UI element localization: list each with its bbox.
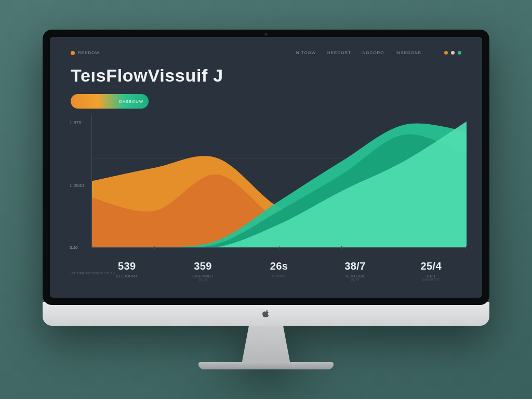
x-tick bbox=[466, 246, 467, 249]
metric-value: 359 bbox=[167, 260, 238, 272]
monitor-stand-neck bbox=[237, 326, 295, 362]
metric-sub1: STLOORMT bbox=[91, 274, 162, 278]
title-part-b: Vissuif bbox=[148, 65, 208, 85]
metric-3: 38/7 HEVTOOR BURI bbox=[320, 260, 390, 281]
pill-label: DASBOUW bbox=[119, 99, 143, 104]
x-tick bbox=[154, 246, 155, 249]
app-screen: REEDOW NITCOW HEEDORT NOCORO INSEDONE Te… bbox=[50, 37, 482, 298]
y-origin: 0.16 bbox=[70, 245, 84, 250]
metric-value: 38/7 bbox=[320, 260, 390, 272]
metric-0: 539 STLOORMT bbox=[91, 260, 162, 281]
monitor-mock: REEDOW NITCOW HEEDORT NOCORO INSEDONE Te… bbox=[43, 30, 489, 369]
primary-pill-button[interactable]: DASBOUW bbox=[71, 94, 149, 109]
status-dots bbox=[444, 51, 461, 55]
metric-value: 25/4 bbox=[396, 260, 467, 272]
x-tick bbox=[404, 246, 404, 249]
title-part-a: TeısFlow bbox=[71, 65, 148, 85]
chart: 1.870 1.2840 0.16 bbox=[91, 115, 467, 248]
x-ticks bbox=[92, 246, 467, 249]
nav-item-0[interactable]: NITCOW bbox=[296, 50, 316, 55]
y-tick-1: 1.870 bbox=[70, 120, 84, 125]
status-dot-orange-icon bbox=[444, 51, 448, 55]
page-title: TeısFlowVissuif J bbox=[71, 65, 461, 86]
metric-value: 26s bbox=[244, 260, 314, 272]
metric-row: 539 STLOORMT 359 SNIFRINGT DILS 26s HAND… bbox=[91, 260, 467, 281]
y-tick-2: 1.2840 bbox=[70, 183, 84, 188]
x-tick bbox=[279, 246, 280, 249]
x-tick bbox=[217, 246, 217, 249]
metric-2: 26s HANDIN bbox=[244, 260, 314, 281]
metric-sub2: DILS bbox=[167, 278, 238, 281]
monitor-stand-foot bbox=[198, 362, 334, 369]
metric-sub2: BURI bbox=[320, 278, 390, 281]
nav-item-3[interactable]: INSEDONE bbox=[396, 50, 421, 55]
metric-sub1: DATI bbox=[396, 274, 467, 278]
footer-note: IIS TIFENSIOTROT OT SII bbox=[71, 272, 115, 275]
metric-sub1: SNIFRINGT bbox=[167, 274, 238, 278]
monitor-chin bbox=[43, 302, 489, 326]
metric-sub2: HANDIN bbox=[244, 274, 314, 277]
metric-1: 359 SNIFRINGT DILS bbox=[167, 260, 238, 281]
brand-dot-icon bbox=[71, 51, 75, 55]
topbar: REEDOW NITCOW HEEDORT NOCORO INSEDONE bbox=[71, 50, 461, 55]
brand-name: REEDOW bbox=[78, 50, 100, 55]
apple-logo-icon bbox=[262, 310, 270, 318]
brand: REEDOW bbox=[71, 50, 100, 55]
nav-item-2[interactable]: NOCORO bbox=[363, 50, 384, 55]
status-dot-cream-icon bbox=[451, 51, 455, 55]
y-axis: 1.870 1.2840 0.16 bbox=[70, 115, 84, 248]
x-tick bbox=[92, 246, 92, 249]
metric-sub1: HEVTOOR bbox=[320, 274, 390, 278]
status-dot-green-icon bbox=[458, 51, 461, 55]
metric-value: 539 bbox=[91, 260, 162, 272]
x-tick bbox=[341, 246, 342, 249]
camera-dot bbox=[264, 33, 268, 36]
metric-sub2: SUNSOOT bbox=[396, 278, 467, 281]
plot-area bbox=[91, 115, 467, 248]
nav-item-1[interactable]: HEEDORT bbox=[327, 50, 351, 55]
metric-4: 25/4 DATI SUNSOOT bbox=[396, 260, 467, 281]
top-nav: NITCOW HEEDORT NOCORO INSEDONE bbox=[296, 50, 461, 55]
monitor-bezel: REEDOW NITCOW HEEDORT NOCORO INSEDONE Te… bbox=[43, 30, 489, 305]
area-chart-svg bbox=[92, 115, 467, 247]
title-part-c: J bbox=[208, 65, 223, 85]
